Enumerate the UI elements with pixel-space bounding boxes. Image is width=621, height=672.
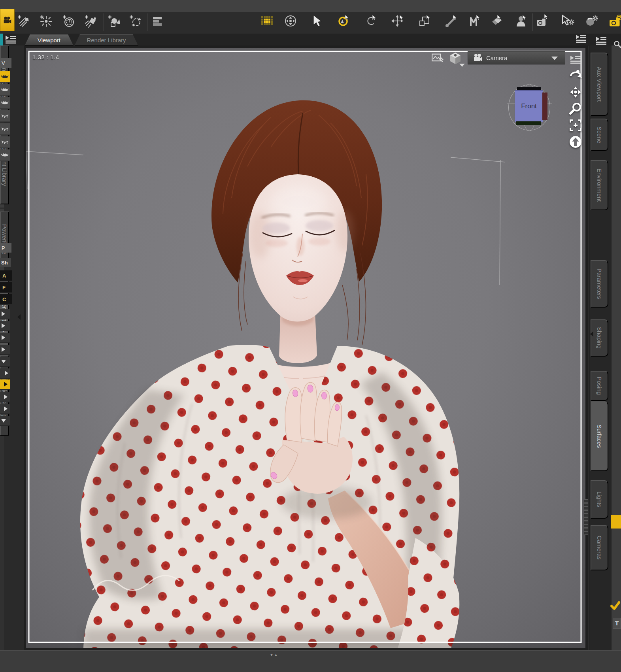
tree-row-selected[interactable] — [0, 379, 10, 390]
tab-label: Parameters — [596, 268, 603, 299]
tree-row[interactable] — [0, 368, 10, 379]
tab-label: Shaping — [596, 327, 603, 349]
visibility-row[interactable] — [0, 71, 10, 83]
tree-row-expanded[interactable] — [0, 357, 10, 367]
expand-arrow-icon — [2, 323, 5, 328]
visibility-row-hidden[interactable] — [0, 136, 10, 148]
expand-arrow-icon — [4, 395, 8, 399]
tree-row-expanded[interactable] — [0, 416, 10, 426]
main-toolbar — [0, 12, 621, 34]
texture-grid-button[interactable] — [258, 10, 276, 32]
sidebar-tab-shaping[interactable]: Shaping — [591, 319, 608, 357]
orbit-icon[interactable] — [567, 67, 584, 84]
check-icon[interactable] — [610, 600, 621, 611]
rotate-tool-button[interactable] — [362, 10, 380, 32]
toolbar-separator — [278, 13, 278, 31]
viewport-pane-options-button[interactable] — [570, 55, 581, 66]
sidebar-tab-posing[interactable]: Posing — [591, 371, 608, 401]
scene-up-icon[interactable] — [567, 134, 584, 150]
view-cube-front-face[interactable]: Front — [515, 90, 543, 122]
sidebar-tab-smart-content[interactable]: Smart Content — [0, 45, 9, 121]
sidebar-tab-aux-viewport[interactable]: Aux Viewport — [591, 53, 608, 116]
view-cube-bottom-face[interactable] — [516, 121, 541, 125]
tree-row[interactable] — [0, 333, 10, 343]
collapse-arrow-icon — [1, 419, 6, 423]
camera-selector-dropdown[interactable]: Camera — [468, 51, 565, 64]
right-dock-options-button[interactable] — [595, 36, 607, 47]
create-primitive-button[interactable] — [105, 10, 123, 32]
movie-camera-button[interactable] — [0, 9, 15, 31]
sidebar-tab-parameters[interactable]: Parameters — [591, 260, 608, 308]
sidebar-tab-scene[interactable]: Scene — [591, 119, 608, 151]
tree-row[interactable] — [0, 404, 10, 414]
sidebar-tab-lights[interactable]: Lights — [591, 480, 608, 519]
viewport-group-options-button[interactable] — [575, 34, 587, 45]
tree-row[interactable] — [0, 321, 10, 331]
viewport-pan-tool-button[interactable] — [281, 10, 300, 32]
right-scrollbar-ticks[interactable] — [584, 499, 588, 535]
tab-viewport-label: Viewport — [38, 37, 60, 43]
visibility-row[interactable] — [0, 84, 10, 96]
active-rotate-tool-button[interactable] — [335, 10, 353, 32]
expand-arrow-icon — [2, 347, 5, 352]
daz-studio-window: Viewport Render Library — [0, 0, 621, 672]
measure-tool-button[interactable] — [466, 10, 485, 32]
sphere-settings-button[interactable] — [583, 10, 601, 32]
visibility-row[interactable] — [0, 97, 10, 109]
surface-selection-tool-button[interactable] — [487, 10, 506, 32]
tab-label: Posing — [596, 377, 603, 395]
frame-icon[interactable] — [567, 117, 584, 134]
selected-row-partial[interactable] — [611, 515, 621, 529]
viewport-nav-controls — [567, 67, 584, 150]
create-clock-button[interactable] — [60, 10, 78, 32]
expand-arrow-icon — [4, 406, 8, 411]
sidebar-tab-cameras[interactable]: Cameras — [591, 525, 608, 570]
create-null-button[interactable] — [126, 10, 145, 32]
visibility-row[interactable] — [0, 149, 10, 161]
search-icon[interactable] — [613, 40, 621, 50]
timeline-collapse-handle[interactable]: ▼▲ — [267, 652, 281, 657]
tool-settings-button[interactable] — [559, 10, 577, 32]
toolbar-separator — [532, 13, 533, 31]
figure-selection-tool-button[interactable] — [513, 10, 531, 32]
tree-row[interactable] — [0, 345, 10, 355]
sidebar-tab-environment[interactable]: Environment — [591, 160, 608, 210]
create-distant-light-button[interactable] — [15, 10, 33, 32]
tab-render-library[interactable]: Render Library — [74, 34, 138, 46]
bone-tool-button[interactable] — [443, 10, 461, 32]
scene-list-button[interactable] — [149, 10, 167, 32]
filter-all-row[interactable]: A — [0, 270, 12, 281]
scale-tool-button[interactable] — [416, 10, 434, 32]
filter-favorites-row[interactable]: F — [0, 282, 12, 293]
viewport-render[interactable] — [26, 48, 585, 648]
partial-button-t[interactable]: T — [613, 618, 621, 629]
zoom-icon[interactable] — [567, 100, 584, 117]
viewport-options-icon[interactable] — [432, 53, 444, 64]
create-point-light-button[interactable] — [37, 10, 55, 32]
visibility-row-hidden[interactable] — [0, 110, 10, 122]
collapse-arrow-icon — [1, 360, 6, 363]
sidebar-tab-surfaces[interactable]: Surfaces — [591, 401, 608, 471]
tree-row[interactable] — [0, 392, 10, 402]
drawstyle-dropdown-arrow[interactable] — [459, 64, 465, 67]
visibility-row-hidden[interactable] — [0, 123, 10, 135]
tab-viewport[interactable]: Viewport — [25, 34, 74, 46]
toolbar-separator — [556, 13, 556, 31]
aim-camera-tool-button[interactable] — [534, 10, 553, 32]
filter-currently-used-row[interactable]: C — [0, 294, 12, 305]
document-tab-bar: Viewport Render Library — [0, 34, 621, 46]
right-pane-collapse-arrow[interactable] — [590, 331, 593, 337]
view-cube-right-face[interactable] — [542, 92, 547, 120]
pan-icon[interactable] — [567, 84, 584, 100]
view-cube[interactable]: Front — [508, 83, 550, 131]
toolbar-separator — [147, 13, 147, 31]
tree-row[interactable] — [0, 309, 10, 319]
translate-tool-button[interactable] — [389, 10, 407, 32]
pane-options-button[interactable] — [5, 35, 17, 45]
create-spotlight-button[interactable] — [82, 10, 100, 32]
aspect-ratio-label: 1.32 : 1.4 — [32, 54, 59, 60]
left-pane-collapse-arrow[interactable] — [17, 314, 21, 320]
render-button[interactable] — [607, 10, 621, 32]
node-selection-tool-button[interactable] — [308, 10, 327, 32]
drawstyle-selector-icon[interactable] — [448, 52, 462, 65]
